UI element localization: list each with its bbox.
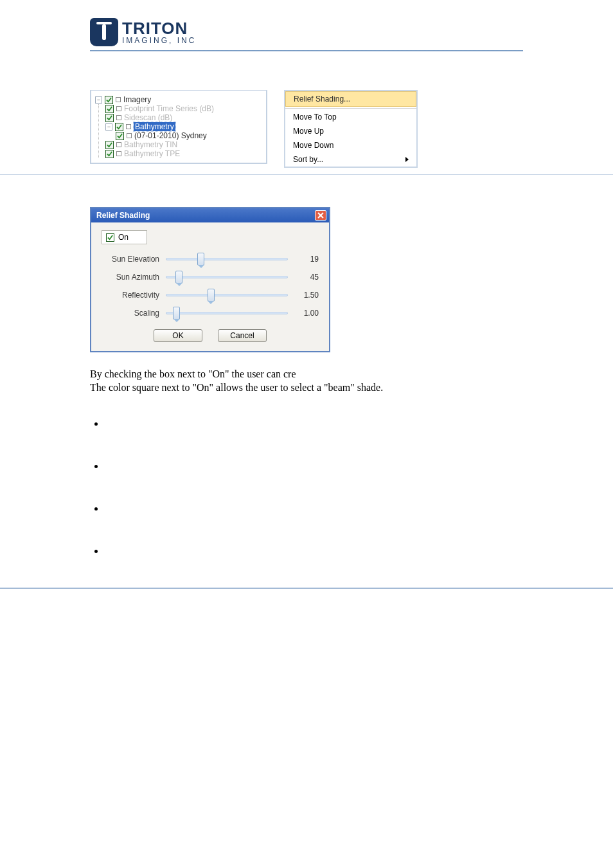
tree-node-sidescan[interactable]: Sidescan (dB) xyxy=(105,113,263,122)
cancel-button[interactable]: Cancel xyxy=(218,329,267,342)
header-divider xyxy=(90,50,523,51)
slider-value: 1.00 xyxy=(294,309,319,318)
list-item xyxy=(105,418,523,431)
layer-swatch xyxy=(116,97,121,102)
menu-item-move-to-top[interactable]: Move To Top xyxy=(285,110,416,124)
footer-divider xyxy=(0,588,613,589)
tree-label: Sidescan (dB) xyxy=(124,113,172,122)
slider-track[interactable] xyxy=(166,253,288,265)
tree-node-imagery[interactable]: − Imagery xyxy=(95,95,263,104)
layer-swatch xyxy=(116,142,121,147)
logo-subtitle: IMAGING, INC xyxy=(122,37,196,44)
body-text: By checking the box next to "On" the use… xyxy=(90,368,523,395)
menu-label: Move Up xyxy=(293,127,324,136)
slider-track[interactable] xyxy=(166,289,288,301)
menu-label: Sort by... xyxy=(293,155,323,164)
list-item xyxy=(105,503,523,516)
tree-node-footprint[interactable]: Footprint Time Series (dB) xyxy=(105,104,263,113)
slider-sun-azimuth: Sun Azimuth 45 xyxy=(102,271,319,283)
ok-button[interactable]: OK xyxy=(154,329,202,342)
brand-logo: TRITON IMAGING, INC xyxy=(90,18,523,46)
menu-label: Relief Shading... xyxy=(294,95,350,104)
paragraph-line: The color square next to "On" allows the… xyxy=(90,381,523,395)
dialog-titlebar[interactable]: Relief Shading xyxy=(91,208,329,222)
close-button[interactable] xyxy=(315,210,326,221)
slider-reflectivity: Reflectivity 1.50 xyxy=(102,289,319,301)
close-icon xyxy=(317,212,324,219)
list-item xyxy=(105,545,523,558)
tree-label: (07-01-2010) Sydney xyxy=(134,131,207,140)
checkbox-icon[interactable] xyxy=(105,114,114,122)
relief-shading-dialog: Relief Shading On Sun Elevation xyxy=(90,207,330,352)
checkbox-icon[interactable] xyxy=(106,233,114,242)
checkbox-icon[interactable] xyxy=(105,105,114,113)
menu-separator xyxy=(285,108,416,109)
menu-item-move-down[interactable]: Move Down xyxy=(285,138,416,152)
slider-sun-elevation: Sun Elevation 19 xyxy=(102,253,319,265)
on-toggle[interactable]: On xyxy=(102,230,147,244)
layer-tree: − Imagery Footprint Tim xyxy=(90,90,267,164)
slider-value: 45 xyxy=(294,273,319,282)
slider-label: Reflectivity xyxy=(102,291,159,300)
slider-label: Scaling xyxy=(102,309,159,318)
expand-icon[interactable]: − xyxy=(95,96,102,104)
menu-item-relief-shading[interactable]: Relief Shading... xyxy=(285,91,416,107)
tree-label-selected: Bathymetry xyxy=(134,122,175,131)
tree-node-tpe[interactable]: Bathymetry TPE xyxy=(105,149,263,158)
tree-label: Footprint Time Series (dB) xyxy=(124,104,214,113)
slider-track[interactable] xyxy=(166,271,288,283)
tree-label: Bathymetry TIN xyxy=(124,140,177,149)
slider-value: 19 xyxy=(294,255,319,264)
tree-node-sydney[interactable]: (07-01-2010) Sydney xyxy=(116,131,263,140)
bullet-list xyxy=(90,418,523,558)
submenu-arrow-icon xyxy=(405,157,409,162)
layer-swatch xyxy=(126,124,131,129)
slider-track[interactable] xyxy=(166,307,288,319)
logo-word: TRITON xyxy=(122,20,196,37)
slider-label: Sun Elevation xyxy=(102,255,159,264)
expand-icon[interactable]: − xyxy=(105,123,112,131)
tree-label: Imagery xyxy=(123,95,151,104)
tree-node-tin[interactable]: Bathymetry TIN xyxy=(105,140,263,149)
list-item xyxy=(105,460,523,473)
slider-value: 1.50 xyxy=(294,291,319,300)
on-label: On xyxy=(118,233,129,242)
slider-scaling: Scaling 1.00 xyxy=(102,307,319,319)
layer-swatch xyxy=(116,151,121,156)
checkbox-icon[interactable] xyxy=(116,132,124,140)
tree-node-bathymetry[interactable]: − Bathymetry xyxy=(105,122,263,131)
menu-label: Move Down xyxy=(293,141,333,150)
context-menu: Relief Shading... Move To Top Move Up Mo… xyxy=(284,90,418,168)
menu-label: Move To Top xyxy=(293,113,337,122)
menu-item-move-up[interactable]: Move Up xyxy=(285,124,416,138)
slider-label: Sun Azimuth xyxy=(102,273,159,282)
logo-mark xyxy=(90,18,118,46)
layer-swatch xyxy=(116,106,121,111)
checkbox-icon[interactable] xyxy=(115,123,123,131)
checkbox-icon[interactable] xyxy=(105,141,114,149)
paragraph-line: By checking the box next to "On" the use… xyxy=(90,368,523,381)
figure-tree-and-menu: − Imagery Footprint Tim xyxy=(90,90,523,168)
dialog-title: Relief Shading xyxy=(96,211,150,220)
menu-item-sort-by[interactable]: Sort by... xyxy=(285,152,416,167)
section-divider xyxy=(0,174,613,175)
layer-swatch xyxy=(127,133,132,138)
checkbox-icon[interactable] xyxy=(105,96,113,104)
tree-label: Bathymetry TPE xyxy=(124,149,180,158)
checkbox-icon[interactable] xyxy=(105,150,114,158)
layer-swatch xyxy=(116,115,121,120)
